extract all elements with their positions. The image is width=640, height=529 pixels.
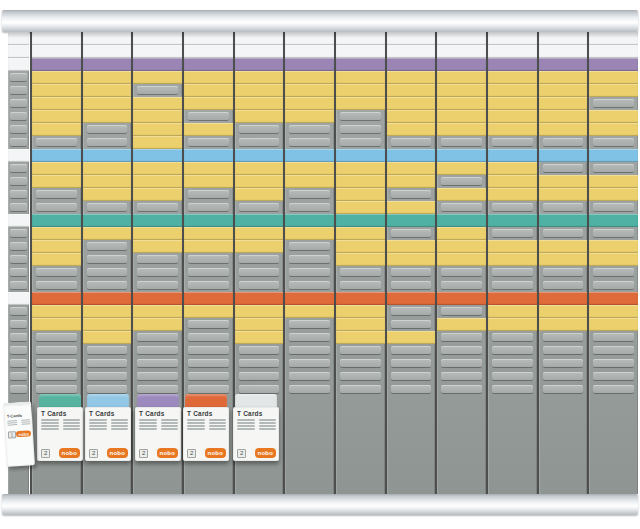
- yellow-t-card: [133, 123, 182, 136]
- yellow-t-card: [336, 331, 385, 344]
- card-column-8: [385, 32, 436, 494]
- empty-slot: [83, 201, 132, 214]
- white-card: [8, 214, 29, 227]
- empty-slot: [539, 279, 588, 292]
- teal-t-card: [539, 214, 588, 227]
- empty-slot: [8, 331, 29, 344]
- empty-slot: [83, 136, 132, 149]
- pack-title: T Cards: [187, 410, 226, 417]
- yellow-t-card: [488, 175, 537, 188]
- yellow-t-card: [32, 305, 81, 318]
- yellow-t-card: [32, 97, 81, 110]
- yellow-t-card: [133, 110, 182, 123]
- yellow-t-card: [184, 97, 233, 110]
- yellow-t-card: [589, 71, 638, 84]
- empty-slot: [184, 318, 233, 331]
- empty-slot: [387, 370, 436, 383]
- empty-slot: [336, 136, 385, 149]
- white-card: [8, 45, 29, 58]
- yellow-t-card: [437, 227, 486, 240]
- white-card: [133, 45, 182, 58]
- empty-slot: [235, 279, 284, 292]
- yellow-t-card: [32, 71, 81, 84]
- empty-slot: [83, 253, 132, 266]
- teal-t-card: [437, 214, 486, 227]
- card-column-12: [587, 32, 638, 494]
- empty-slot: [8, 71, 29, 84]
- empty-slot: [133, 370, 182, 383]
- yellow-t-card: [83, 331, 132, 344]
- yellow-t-card: [83, 110, 132, 123]
- empty-slot: [32, 201, 81, 214]
- empty-slot: [387, 188, 436, 201]
- empty-slot: [336, 279, 385, 292]
- empty-slot: [387, 344, 436, 357]
- empty-slot: [539, 162, 588, 175]
- yellow-t-card: [488, 188, 537, 201]
- white-card: [589, 45, 638, 58]
- empty-slot: [539, 201, 588, 214]
- yellow-t-card: [83, 175, 132, 188]
- empty-slot: [32, 357, 81, 370]
- white-card: [184, 45, 233, 58]
- yellow-t-card: [83, 84, 132, 97]
- card-pack-4: T Cards2nobo: [233, 394, 279, 461]
- yellow-t-card: [285, 97, 334, 110]
- pack-title: T Cards: [89, 410, 128, 417]
- nobo-logo: nobo: [59, 448, 80, 458]
- yellow-t-card: [133, 240, 182, 253]
- empty-slot: [539, 136, 588, 149]
- yellow-t-card: [235, 84, 284, 97]
- empty-slot: [8, 175, 29, 188]
- empty-slot: [8, 123, 29, 136]
- empty-slot: [387, 266, 436, 279]
- empty-slot: [8, 97, 29, 110]
- yellow-t-card: [235, 227, 284, 240]
- empty-slot: [336, 266, 385, 279]
- orange-t-card: [285, 292, 334, 305]
- pack-size-badge: 2: [237, 449, 246, 458]
- empty-slot: [285, 279, 334, 292]
- card-column-11: [537, 32, 588, 494]
- orange-t-card: [32, 292, 81, 305]
- blue-t-card: [32, 149, 81, 162]
- bottom-rail: [2, 494, 638, 515]
- yellow-t-card: [83, 318, 132, 331]
- teal-t-card: [235, 214, 284, 227]
- purple-t-card: [437, 58, 486, 71]
- empty-slot: [437, 357, 486, 370]
- yellow-t-card: [437, 318, 486, 331]
- empty-slot: [437, 305, 486, 318]
- empty-slot: [184, 136, 233, 149]
- empty-slot: [437, 279, 486, 292]
- empty-slot: [32, 266, 81, 279]
- teal-t-card: [589, 214, 638, 227]
- yellow-t-card: [437, 110, 486, 123]
- white-card: [488, 45, 537, 58]
- yellow-t-card: [285, 227, 334, 240]
- yellow-t-card: [32, 318, 81, 331]
- yellow-t-card: [235, 97, 284, 110]
- white-card: [8, 58, 29, 71]
- yellow-t-card: [488, 97, 537, 110]
- empty-slot: [539, 331, 588, 344]
- yellow-t-card: [133, 318, 182, 331]
- teal-t-card: [184, 214, 233, 227]
- yellow-t-card: [133, 188, 182, 201]
- yellow-t-card: [488, 253, 537, 266]
- empty-slot: [539, 344, 588, 357]
- yellow-t-card: [336, 305, 385, 318]
- yellow-t-card: [184, 175, 233, 188]
- pack-size-badge: 2: [187, 449, 196, 458]
- yellow-t-card: [539, 97, 588, 110]
- card-column-7: [334, 32, 385, 494]
- empty-slot: [235, 370, 284, 383]
- empty-slot: [8, 240, 29, 253]
- yellow-t-card: [336, 162, 385, 175]
- yellow-t-card: [235, 188, 284, 201]
- yellow-t-card: [235, 240, 284, 253]
- empty-slot: [589, 97, 638, 110]
- yellow-t-card: [539, 188, 588, 201]
- empty-slot: [488, 383, 537, 396]
- empty-slot: [184, 344, 233, 357]
